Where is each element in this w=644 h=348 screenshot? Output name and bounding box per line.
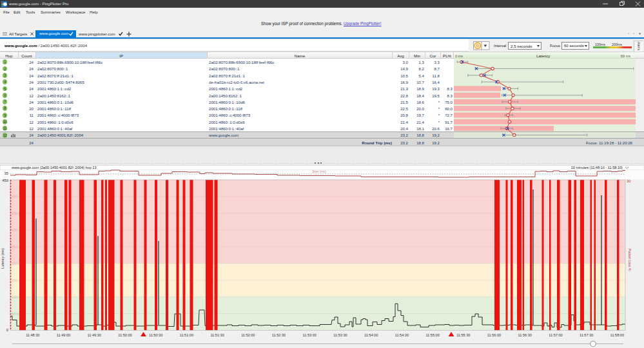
svg-text:www.google.com (2a00:1450:4001: www.google.com (2a00:1450:4001:82f::2004… [11, 165, 97, 169]
svg-text:11:50:30: 11:50:30 [149, 333, 162, 336]
svg-text:11:50:00: 11:50:00 [118, 333, 132, 336]
svg-text:11:52:00: 11:52:00 [241, 333, 255, 336]
svg-text:Latency (ms): Latency (ms) [1, 247, 5, 268]
svg-text:11:49:00: 11:49:00 [57, 333, 70, 336]
svg-text:11:49:30: 11:49:30 [88, 333, 101, 336]
svg-text:0: 0 [6, 327, 8, 331]
svg-text:11:51:00: 11:51:00 [180, 333, 193, 336]
svg-text:11:52:30: 11:52:30 [272, 333, 286, 336]
svg-text:11:55:00: 11:55:00 [425, 333, 439, 336]
svg-text:11:57:30: 11:57:30 [580, 333, 593, 336]
svg-text:450: 450 [2, 179, 8, 182]
svg-text:11:53:00: 11:53:00 [303, 333, 317, 336]
svg-text:11:53:30: 11:53:30 [333, 333, 347, 336]
svg-text:11:56:00: 11:56:00 [487, 333, 501, 336]
svg-text:11:55:30: 11:55:30 [456, 333, 470, 336]
svg-text:11:57:00: 11:57:00 [549, 333, 562, 336]
svg-text:11:58:00: 11:58:00 [610, 333, 624, 336]
svg-text:11:54:30: 11:54:30 [395, 333, 409, 336]
svg-text:11:51:30: 11:51:30 [210, 333, 224, 336]
svg-text:11:54:00: 11:54:00 [364, 333, 378, 336]
svg-text:11:48:30: 11:48:30 [26, 333, 39, 336]
svg-text:35: 35 [5, 171, 8, 175]
svg-text:30: 30 [627, 179, 630, 183]
svg-text:Packet Loss %: Packet Loss % [628, 248, 632, 271]
svg-text:11:56:30: 11:56:30 [518, 333, 532, 336]
svg-text:10 minutes (11:48:10 - 11:58:1: 10 minutes (11:48:10 - 11:58:10) [571, 165, 623, 169]
svg-text:Jitter (ms): Jitter (ms) [312, 169, 327, 173]
